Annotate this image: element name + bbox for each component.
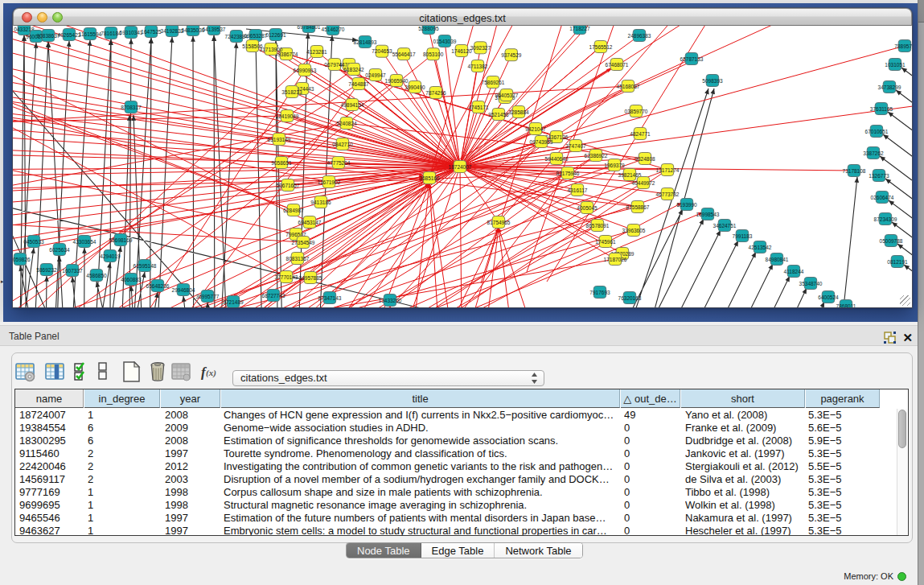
svg-text:09743953: 09743953	[530, 139, 553, 145]
svg-text:61595148: 61595148	[133, 263, 157, 269]
svg-text:4316117: 4316117	[568, 187, 588, 193]
svg-text:55698169: 55698169	[109, 237, 133, 243]
svg-text:9413186: 9413186	[310, 200, 331, 205]
svg-text:24896383: 24896383	[628, 33, 651, 39]
svg-text:84980841: 84980841	[766, 257, 789, 262]
svg-text:96405377: 96405377	[495, 93, 519, 98]
svg-text:03859770: 03859770	[625, 109, 648, 114]
svg-text:63193149: 63193149	[268, 137, 291, 142]
svg-text:8053100: 8053100	[423, 51, 444, 57]
svg-text:40265423: 40265423	[58, 32, 81, 38]
svg-text:99386774: 99386774	[275, 51, 298, 57]
svg-text:69784801: 69784801	[298, 26, 321, 30]
svg-text:6400524: 6400524	[818, 295, 839, 300]
svg-text:68727743: 68727743	[262, 293, 285, 299]
svg-text:4294019: 4294019	[100, 253, 121, 259]
svg-text:34957885: 34957885	[299, 275, 322, 281]
svg-text:90838637: 90838637	[37, 33, 60, 39]
svg-text:45168087: 45168087	[617, 84, 640, 89]
svg-text:13433200: 13433200	[379, 298, 402, 303]
svg-text:7464887: 7464887	[348, 81, 369, 87]
svg-text:8721489: 8721489	[223, 299, 244, 305]
svg-text:36995777: 36995777	[196, 294, 220, 299]
svg-text:47775204: 47775204	[327, 160, 351, 166]
svg-text:11615594: 11615594	[79, 31, 102, 37]
svg-text:6284987: 6284987	[283, 208, 304, 213]
svg-text:33963605: 33963605	[622, 228, 646, 233]
svg-text:7204653: 7204653	[372, 48, 392, 54]
svg-text:3387262: 3387262	[863, 150, 884, 156]
svg-text:4586850: 4586850	[86, 273, 107, 278]
svg-text:64835030: 64835030	[182, 27, 205, 33]
svg-text:34738299: 34738299	[878, 84, 901, 90]
svg-text:67468071: 67468071	[606, 62, 629, 68]
svg-text:69653287: 69653287	[244, 33, 268, 39]
svg-text:12419049: 12419049	[276, 113, 299, 119]
svg-text:7889579: 7889579	[894, 43, 912, 49]
svg-text:43303654: 43303654	[73, 239, 97, 245]
svg-text:0450533: 0450533	[23, 239, 44, 245]
svg-text:6025634: 6025634	[49, 247, 70, 253]
svg-text:19065940: 19065940	[385, 78, 409, 84]
svg-text:1745961: 1745961	[595, 239, 616, 245]
svg-text:3518233: 3518233	[281, 89, 302, 95]
svg-text:0249947: 0249947	[365, 72, 386, 78]
svg-text:35348740: 35348740	[799, 281, 823, 286]
svg-text:34192832: 34192832	[161, 28, 184, 34]
svg-text:87558867: 87558867	[626, 204, 650, 210]
svg-text:0122691: 0122691	[265, 32, 286, 38]
svg-text:76320163: 76320163	[618, 295, 642, 301]
svg-text:5240824: 5240824	[336, 121, 357, 126]
svg-text:6193990: 6193990	[676, 202, 697, 208]
svg-text:5869232: 5869232	[36, 267, 57, 273]
svg-text:40449972: 40449972	[632, 180, 655, 186]
svg-text:4005045: 4005045	[577, 205, 598, 211]
svg-text:7991183: 7991183	[733, 233, 753, 239]
svg-text:4123281: 4123281	[306, 49, 327, 55]
svg-text:1326773: 1326773	[869, 173, 889, 179]
svg-text:73178108: 73178108	[843, 168, 866, 174]
svg-text:6183242: 6183242	[343, 67, 364, 72]
svg-text:13171274: 13171274	[656, 167, 680, 173]
svg-text:3685160: 3685160	[419, 175, 440, 181]
svg-text:65648236: 65648236	[146, 283, 170, 289]
svg-text:37631165: 37631165	[870, 106, 893, 112]
svg-text:1607337: 1607337	[62, 268, 83, 274]
svg-text:1031051: 1031051	[885, 62, 906, 68]
svg-text:4824771: 4824771	[630, 131, 651, 137]
svg-text:7874296: 7874296	[425, 90, 446, 96]
svg-text:29946804: 29946804	[172, 287, 195, 293]
svg-text:4118244: 4118244	[784, 269, 804, 274]
svg-text:1647525: 1647525	[141, 29, 162, 35]
svg-text:(x): (x)	[206, 368, 216, 378]
svg-text:59310341: 59310341	[120, 30, 143, 35]
svg-text:3990490: 3990490	[405, 84, 425, 90]
svg-text:39821465: 39821465	[618, 172, 642, 178]
svg-text:49894134: 49894134	[341, 102, 364, 108]
svg-text:9058651: 9058651	[271, 160, 292, 166]
svg-text:8708317: 8708317	[121, 105, 142, 110]
svg-text:62386922: 62386922	[585, 153, 608, 159]
svg-text:16998543: 16998543	[696, 212, 720, 217]
svg-text:0842710: 0842710	[332, 142, 353, 147]
svg-text:1969379: 1969379	[604, 163, 625, 168]
svg-text:46773782: 46773782	[656, 192, 680, 197]
svg-text:82814893: 82814893	[354, 39, 377, 45]
svg-text:4060883: 4060883	[121, 277, 142, 282]
svg-text:42513542: 42513542	[749, 245, 772, 250]
svg-text:05009788: 05009788	[880, 238, 903, 244]
svg-text:8059826: 8059826	[13, 257, 31, 262]
svg-text:87234309: 87234309	[874, 216, 897, 222]
svg-text:4745171: 4745171	[468, 105, 489, 110]
svg-text:64139537: 64139537	[203, 27, 226, 32]
svg-text:1746120: 1746120	[451, 48, 472, 54]
svg-text:7816184: 7816184	[101, 31, 121, 36]
svg-text:7868011: 7868011	[836, 303, 856, 308]
svg-text:9324808: 9324808	[634, 156, 655, 162]
svg-text:27354549: 27354549	[292, 240, 315, 245]
svg-text:0812191: 0812191	[887, 259, 908, 265]
svg-text:82175946: 82175946	[556, 171, 580, 176]
svg-text:17187026: 17187026	[604, 257, 627, 262]
svg-text:87347143: 87347143	[318, 295, 342, 301]
svg-text:17565512: 17565512	[589, 44, 613, 50]
